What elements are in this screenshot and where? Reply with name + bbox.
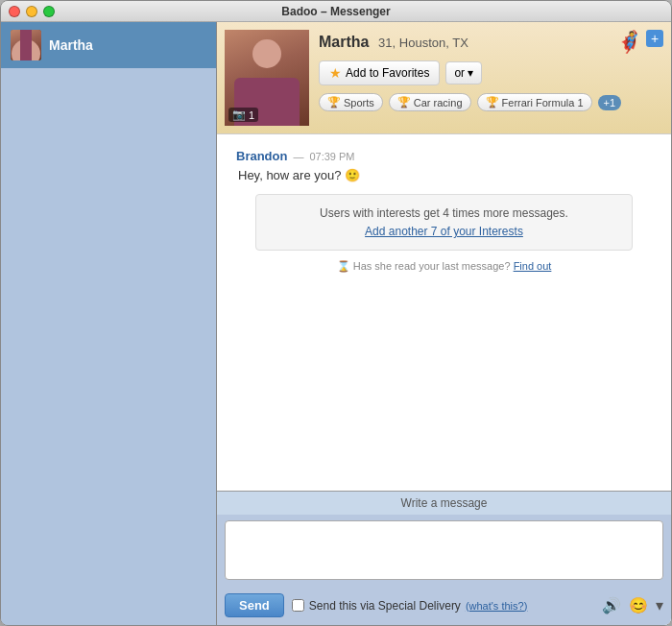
chat-composer: Write a message Send Send this via Speci… [217,491,671,625]
more-interests-badge[interactable]: +1 [598,95,622,110]
message-dash: — [293,151,303,162]
whats-this-link[interactable]: (what's this?) [466,600,527,612]
profile-photo[interactable]: 📷 1 [225,30,309,126]
chat-toolbar: Send Send this via Special Delivery (wha… [217,589,671,625]
profile-action-icons: 🦸 + [616,30,663,55]
trophy-icon: 🏆 [327,96,341,108]
titlebar: Badoo – Messenger [1,1,671,22]
sidebar: Martha [1,22,217,625]
favorites-row: ★ Add to Favorites or ▾ [319,60,663,85]
profile-name-line: Martha 31, Houston, TX 🦸 + [319,30,663,55]
star-icon: ★ [329,65,342,81]
interests-promo-text: Users with interests get 4 times more me… [272,206,616,220]
trophy-icon: 🏆 [397,96,411,108]
superman-icon: 🦸 [616,30,642,55]
photo-count: 📷 1 [228,108,258,122]
window-title: Badoo – Messenger [281,5,390,18]
or-dropdown[interactable]: or ▾ [445,61,482,84]
add-profile-button[interactable]: + [646,30,663,47]
profile-age-location: 31, Houston, TX [378,36,468,50]
chat-panel: 📷 1 Martha 31, Houston, TX 🦸 [217,22,671,625]
special-delivery-label: Send this via Special Delivery [309,599,461,613]
interests-promo-box: Users with interests get 4 times more me… [255,194,633,251]
message-time: 07:39 PM [309,151,354,162]
emoji-icon[interactable]: 😊 [629,596,648,614]
chevron-down-icon: ▾ [468,66,473,80]
add-to-favorites-button[interactable]: ★ Add to Favorites [319,60,440,85]
chevron-down-icon[interactable]: ▾ [656,596,663,614]
camera-icon: 📷 [232,108,246,121]
message-meta: Brandon — 07:39 PM [236,149,652,163]
find-out-link[interactable]: Find out [514,260,552,272]
add-interests-link[interactable]: Add another 7 of your Interests [365,225,523,238]
messenger-window: Badoo – Messenger Martha 📷 [0,0,672,626]
toolbar-icons: 🔊 😊 ▾ [602,596,663,614]
trophy-icon: 🏆 [486,96,499,108]
special-delivery-checkbox[interactable] [292,599,304,612]
message-text: Hey, how are you? 🙂 [236,167,652,184]
avatar-image [11,30,41,60]
read-receipt: ⌛ Has she read your last message? Find o… [236,260,652,273]
close-button[interactable] [9,6,20,17]
interest-car-racing[interactable]: 🏆 Car racing [389,93,471,111]
sidebar-item-martha[interactable]: Martha [1,22,216,68]
special-delivery-row: Send this via Special Delivery (what's t… [292,599,594,613]
message-sender: Brandon [236,149,287,163]
main-content: Martha 📷 1 Martha [1,22,671,625]
speaker-icon[interactable]: 🔊 [602,596,621,614]
profile-identity: Martha 31, Houston, TX [319,34,468,51]
interest-sports[interactable]: 🏆 Sports [319,93,383,111]
message-group: Brandon — 07:39 PM Hey, how are you? 🙂 [236,149,652,184]
interests-row: 🏆 Sports 🏆 Car racing 🏆 Ferrari Formula … [319,93,663,111]
sidebar-avatar [11,30,41,60]
maximize-button[interactable] [43,6,55,17]
minimize-button[interactable] [26,6,37,17]
sidebar-contact-name: Martha [49,37,93,53]
profile-name: Martha [319,34,369,50]
message-input[interactable] [225,520,663,580]
profile-header: 📷 1 Martha 31, Houston, TX 🦸 [217,22,671,134]
hourglass-icon: ⌛ [337,260,350,272]
chat-messages: Brandon — 07:39 PM Hey, how are you? 🙂 U… [217,134,671,491]
send-button[interactable]: Send [225,593,284,617]
window-controls [9,6,55,17]
interest-ferrari[interactable]: 🏆 Ferrari Formula 1 [477,93,592,111]
write-message-label: Write a message [217,492,671,515]
profile-info: Martha 31, Houston, TX 🦸 + ★ [319,30,663,126]
